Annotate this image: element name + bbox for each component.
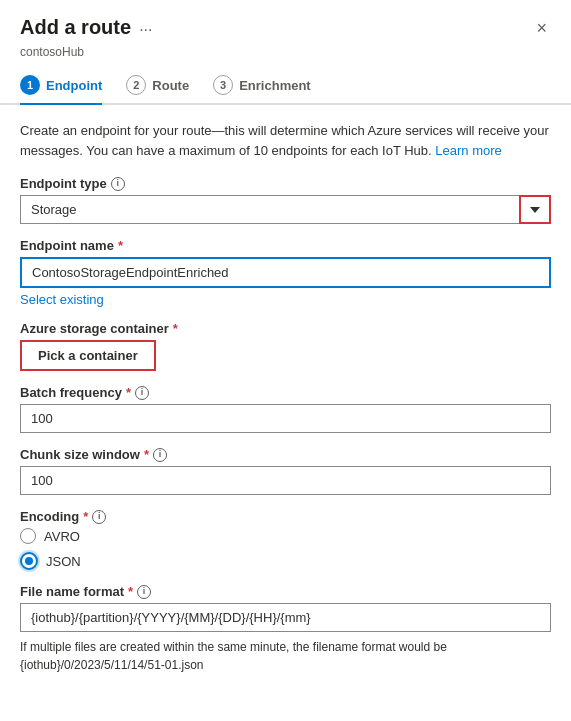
endpoint-type-select-wrapper: Storage Event Hubs Service Bus Queue Ser… — [20, 195, 551, 224]
batch-frequency-required: * — [126, 385, 131, 400]
azure-storage-container-group: Azure storage container * Pick a contain… — [20, 321, 551, 371]
endpoint-name-input[interactable] — [20, 257, 551, 288]
encoding-info-icon[interactable]: i — [92, 510, 106, 524]
azure-storage-container-label: Azure storage container * — [20, 321, 551, 336]
encoding-radio-group: AVRO JSON — [20, 528, 551, 570]
encoding-group: Encoding * i AVRO JSON — [20, 509, 551, 570]
panel-subtitle: contosoHub — [0, 45, 571, 67]
endpoint-type-info-icon[interactable]: i — [111, 177, 125, 191]
content-area: Create an endpoint for your route—this w… — [0, 105, 571, 704]
page-title: Add a route — [20, 16, 131, 39]
step-route[interactable]: 2 Route — [126, 75, 189, 103]
file-name-format-required: * — [128, 584, 133, 599]
step-circle-2: 2 — [126, 75, 146, 95]
description-text: Create an endpoint for your route—this w… — [20, 121, 551, 160]
panel-title-area: Add a route ··· — [20, 16, 152, 39]
batch-frequency-info-icon[interactable]: i — [135, 386, 149, 400]
step-label-2: Route — [152, 78, 189, 93]
file-format-note: If multiple files are created within the… — [20, 638, 551, 674]
chunk-size-label: Chunk size window * i — [20, 447, 551, 462]
file-name-format-label: File name format * i — [20, 584, 551, 599]
steps-bar: 1 Endpoint 2 Route 3 Enrichment — [0, 67, 571, 105]
file-name-format-group: File name format * i If multiple files a… — [20, 584, 551, 674]
chunk-size-required: * — [144, 447, 149, 462]
encoding-json-option[interactable]: JSON — [20, 552, 551, 570]
file-name-format-info-icon[interactable]: i — [137, 585, 151, 599]
chunk-size-group: Chunk size window * i — [20, 447, 551, 495]
batch-frequency-input[interactable] — [20, 404, 551, 433]
close-icon[interactable]: × — [532, 16, 551, 41]
avro-radio-button[interactable] — [20, 528, 36, 544]
step-enrichment[interactable]: 3 Enrichment — [213, 75, 311, 103]
encoding-avro-option[interactable]: AVRO — [20, 528, 551, 544]
endpoint-type-select[interactable]: Storage Event Hubs Service Bus Queue Ser… — [20, 195, 551, 224]
avro-radio-label: AVRO — [44, 529, 80, 544]
encoding-required: * — [83, 509, 88, 524]
endpoint-name-group: Endpoint name * Select existing — [20, 238, 551, 307]
json-radio-label: JSON — [46, 554, 81, 569]
step-circle-1: 1 — [20, 75, 40, 95]
panel-header: Add a route ··· × — [0, 0, 571, 45]
add-route-panel: Add a route ··· × contosoHub 1 Endpoint … — [0, 0, 571, 721]
batch-frequency-label: Batch frequency * i — [20, 385, 551, 400]
chunk-size-info-icon[interactable]: i — [153, 448, 167, 462]
endpoint-type-group: Endpoint type i Storage Event Hubs Servi… — [20, 176, 551, 224]
json-radio-inner — [25, 557, 33, 565]
json-radio-button[interactable] — [20, 552, 38, 570]
learn-more-link[interactable]: Learn more — [435, 143, 501, 158]
step-circle-3: 3 — [213, 75, 233, 95]
select-existing-link[interactable]: Select existing — [20, 292, 104, 307]
batch-frequency-group: Batch frequency * i — [20, 385, 551, 433]
encoding-label: Encoding * i — [20, 509, 551, 524]
endpoint-name-label: Endpoint name * — [20, 238, 551, 253]
step-label-1: Endpoint — [46, 78, 102, 93]
step-label-3: Enrichment — [239, 78, 311, 93]
chunk-size-input[interactable] — [20, 466, 551, 495]
pick-container-button[interactable]: Pick a container — [20, 340, 156, 371]
azure-storage-required: * — [173, 321, 178, 336]
step-endpoint[interactable]: 1 Endpoint — [20, 75, 102, 105]
endpoint-type-label: Endpoint type i — [20, 176, 551, 191]
endpoint-name-required: * — [118, 238, 123, 253]
more-options-icon[interactable]: ··· — [139, 21, 152, 39]
file-name-format-input[interactable] — [20, 603, 551, 632]
